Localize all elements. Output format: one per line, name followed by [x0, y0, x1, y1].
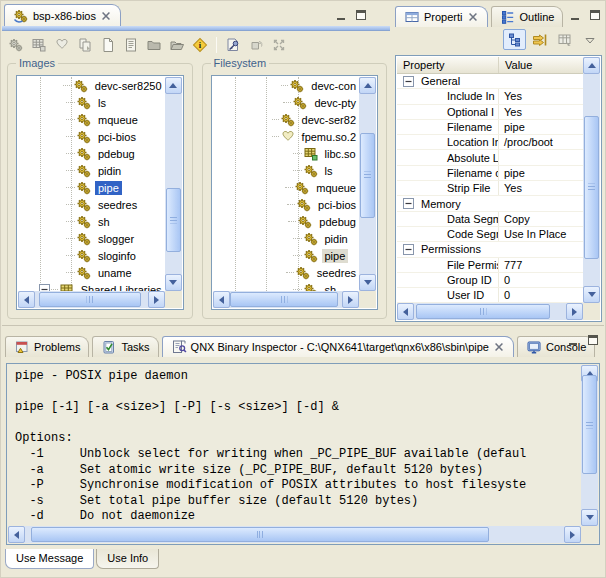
maximize-icon[interactable]: [587, 7, 602, 20]
scrollbar-thumb[interactable]: [416, 304, 550, 319]
minimize-icon[interactable]: [567, 7, 582, 20]
collapse-expander-icon[interactable]: [403, 76, 414, 87]
scroll-down-button[interactable]: [359, 274, 376, 291]
usage-message-text[interactable]: pipe - POSIX pipe daemon pipe [-1] [-a <…: [8, 365, 581, 526]
maximize-icon[interactable]: [585, 332, 600, 345]
scrollbar-thumb[interactable]: [582, 375, 597, 475]
scroll-down-button[interactable]: [165, 274, 182, 291]
tree-item-devc-ser8250[interactable]: devc-ser8250: [18, 77, 165, 94]
scroll-down-button[interactable]: [581, 509, 598, 526]
tree-item-pipe[interactable]: pipe: [18, 179, 165, 196]
scrollbar-thumb[interactable]: [31, 527, 489, 542]
tree-item-uname[interactable]: uname: [18, 264, 165, 281]
tree-item-seedres[interactable]: seedres: [18, 196, 165, 213]
maximize-icon[interactable]: [353, 7, 368, 20]
tree-item-pci-bios[interactable]: pci-bios: [18, 128, 165, 145]
scroll-up-button[interactable]: [359, 77, 376, 94]
scroll-right-button[interactable]: [566, 303, 583, 320]
property-row-absolute-l[interactable]: Absolute L: [397, 150, 583, 165]
minimize-icon[interactable]: [333, 7, 348, 20]
column-header-property[interactable]: Property: [397, 57, 499, 73]
tree-item-fpemu-so-2[interactable]: fpemu.so.2: [213, 128, 360, 145]
tree-item-mqueue[interactable]: mqueue: [18, 111, 165, 128]
binary-inspector-button[interactable]: [222, 34, 244, 55]
scroll-right-button[interactable]: [564, 526, 581, 543]
tree-item-pci-bios[interactable]: pci-bios: [213, 196, 360, 213]
open-folder-button[interactable]: [166, 34, 188, 55]
script-button[interactable]: [120, 34, 142, 55]
property-row-optional-i[interactable]: Optional IYes: [397, 105, 583, 120]
collapse-expander-icon[interactable]: [39, 284, 50, 291]
tree-mode-button[interactable]: [503, 29, 526, 50]
tab-problems[interactable]: Problems: [5, 336, 89, 357]
collapse-button[interactable]: [268, 34, 290, 55]
tab-use-info[interactable]: Use Info: [96, 549, 159, 569]
horizontal-scrollbar[interactable]: [397, 303, 583, 320]
tree-item-sh[interactable]: sh: [213, 281, 360, 291]
tree-item-pdebug[interactable]: pdebug: [18, 145, 165, 162]
tree-item-shared-libraries[interactable]: Shared Libraries: [18, 281, 165, 291]
grid-button[interactable]: [28, 34, 50, 55]
collapse-expander-icon[interactable]: [403, 198, 414, 209]
horizontal-scrollbar[interactable]: [213, 291, 360, 308]
scroll-left-button[interactable]: [213, 291, 230, 308]
column-header-value[interactable]: Value: [499, 57, 583, 73]
scroll-left-button[interactable]: [8, 526, 25, 543]
scroll-right-button[interactable]: [342, 291, 359, 308]
scrollbar-thumb[interactable]: [360, 133, 375, 219]
property-row-file-permis[interactable]: File Permis777: [397, 258, 583, 273]
tree-item-mqueue[interactable]: mqueue: [213, 179, 360, 196]
tree-item-ls[interactable]: ls: [213, 162, 360, 179]
close-icon[interactable]: [467, 11, 479, 23]
property-row-group-id[interactable]: Group ID0: [397, 273, 583, 288]
collapse-expander-icon[interactable]: [403, 244, 414, 255]
tree-item-pidin[interactable]: pidin: [18, 162, 165, 179]
horizontal-scrollbar[interactable]: [8, 526, 581, 543]
tab-use-message[interactable]: Use Message: [5, 549, 94, 569]
property-group-memory[interactable]: Memory: [397, 196, 583, 211]
tree-item-sloginfo[interactable]: sloginfo: [18, 247, 165, 264]
scroll-up-button[interactable]: [583, 57, 600, 74]
scrollbar-thumb[interactable]: [584, 116, 599, 259]
vertical-scrollbar[interactable]: [581, 365, 598, 526]
property-row-user-id[interactable]: User ID0: [397, 288, 583, 303]
copy-document-button[interactable]: [74, 34, 96, 55]
tree-item-devc-con[interactable]: devc-con: [213, 77, 360, 94]
property-row-location-in[interactable]: Location In/proc/boot: [397, 135, 583, 150]
tab-bsp-x86-bios[interactable]: bsp-x86-bios: [4, 4, 121, 26]
tree-item-sh[interactable]: sh: [18, 213, 165, 230]
tree-item-ls[interactable]: ls: [18, 94, 165, 111]
minimize-icon[interactable]: [565, 332, 580, 345]
tree-item-libc-so[interactable]: libc.so: [213, 145, 360, 162]
close-icon[interactable]: [493, 341, 505, 353]
horizontal-scrollbar[interactable]: [18, 291, 165, 308]
tree-item-pipe[interactable]: pipe: [213, 247, 360, 264]
scrollbar-thumb[interactable]: [230, 292, 338, 307]
view-menu-button[interactable]: [578, 29, 601, 50]
tree-item-devc-pty[interactable]: devc-pty: [213, 94, 360, 111]
property-row-code-segr[interactable]: Code SegrUse In Place: [397, 227, 583, 242]
vertical-scrollbar[interactable]: [359, 77, 376, 291]
sort-button[interactable]: [528, 29, 551, 50]
property-row-include-in[interactable]: Include InYes: [397, 89, 583, 104]
tree-item-seedres[interactable]: seedres: [213, 264, 360, 281]
property-row-strip-file[interactable]: Strip FileYes: [397, 181, 583, 196]
info-button[interactable]: i: [189, 34, 211, 55]
close-icon[interactable]: [100, 10, 112, 22]
scroll-up-button[interactable]: [165, 77, 182, 94]
tree-item-devc-ser82[interactable]: devc-ser82: [213, 111, 360, 128]
vertical-scrollbar[interactable]: [583, 57, 600, 303]
property-row-filename-o[interactable]: Filename opipe: [397, 166, 583, 181]
scroll-left-button[interactable]: [18, 291, 35, 308]
gears-button[interactable]: [5, 34, 27, 55]
dump-button[interactable]: [245, 34, 267, 55]
property-group-permissions[interactable]: Permissions: [397, 242, 583, 257]
scrollbar-thumb[interactable]: [166, 188, 181, 252]
scroll-right-button[interactable]: [148, 291, 165, 308]
scrollbar-thumb[interactable]: [39, 292, 142, 307]
tree-item-slogger[interactable]: slogger: [18, 230, 165, 247]
tab-properties[interactable]: Properti: [395, 6, 488, 27]
tree-item-pidin[interactable]: pidin: [213, 230, 360, 247]
tab-tasks[interactable]: Tasks: [92, 336, 158, 357]
scroll-down-button[interactable]: [583, 286, 600, 303]
